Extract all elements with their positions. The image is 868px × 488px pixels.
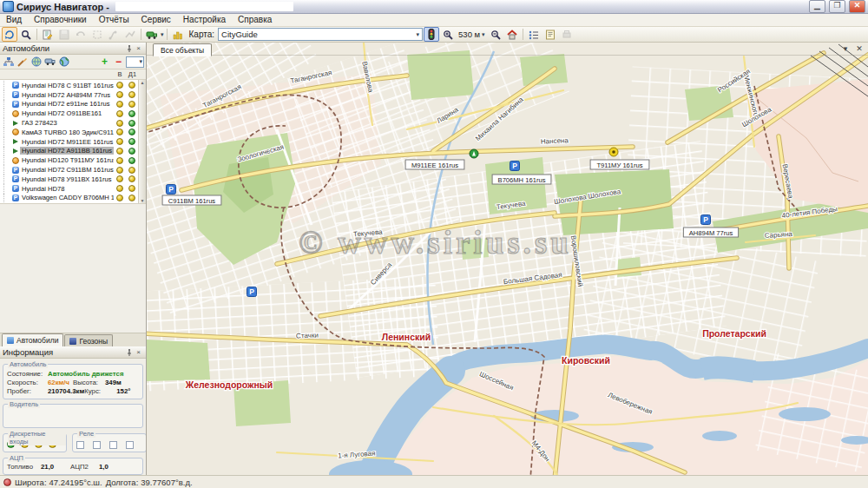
- vehicle-row[interactable]: PHyundai HD72 С911ВМ 161rus: [0, 165, 138, 175]
- fuel-label: Топливо: [7, 463, 38, 471]
- status-ball-b: [116, 129, 123, 135]
- close-panel-icon[interactable]: ×: [134, 43, 143, 53]
- district-label: Пролетарский: [702, 328, 766, 339]
- vehicle-name: Hyundai HD72 АН894М 77rus: [20, 91, 114, 99]
- world-icon[interactable]: [57, 56, 70, 68]
- menu-item-1[interactable]: Справочники: [28, 14, 93, 26]
- status-ball-b: [116, 82, 123, 89]
- pin-icon[interactable]: [124, 43, 134, 53]
- menu-item-4[interactable]: Настройка: [177, 14, 232, 26]
- track-icon[interactable]: [122, 27, 138, 42]
- map-select-arrow[interactable]: ▾: [417, 31, 420, 38]
- vehicle-row[interactable]: PHyundai HD72 АН894М 77rus: [0, 90, 138, 100]
- undo-icon[interactable]: [73, 27, 89, 42]
- street-label: Нансена: [541, 136, 569, 146]
- traffic-light-icon[interactable]: [424, 27, 439, 42]
- sidebar-tabbar: Автомобили Геозоны: [0, 333, 146, 346]
- vehicle-row[interactable]: КамАЗ TURBO 180 Эдик/С911ЕС 61rus: [0, 128, 138, 137]
- svg-text:P: P: [249, 287, 254, 296]
- vehicle-row[interactable]: Hyundai HD72 О911ВЕ161: [0, 109, 138, 118]
- select-area-icon[interactable]: [89, 27, 105, 42]
- column-b-header[interactable]: В: [114, 70, 126, 78]
- map-tab-dropdown-icon[interactable]: ▾: [840, 43, 851, 54]
- zoom-level-select[interactable]: 530 м ▾: [457, 30, 487, 39]
- driver-group: Водитель: [3, 404, 143, 428]
- globe-icon[interactable]: [30, 56, 43, 68]
- notes-icon[interactable]: [542, 27, 558, 42]
- map-select-value: CityGuide: [221, 30, 258, 39]
- menu-item-5[interactable]: Справка: [232, 14, 278, 26]
- main-toolbar: ▾ Карта: CityGuide ▾ 530 м ▾: [0, 27, 868, 43]
- vehicle-name: КамАЗ TURBO 180 Эдик/С911ЕС 61rus: [20, 129, 114, 136]
- zoom-in-icon[interactable]: [440, 27, 456, 42]
- vehicle-row[interactable]: ГАЗ 278423: [0, 118, 138, 128]
- close-button[interactable]: ✕: [849, 0, 865, 13]
- info-close-icon[interactable]: ×: [134, 347, 143, 357]
- relay-checkbox[interactable]: [126, 441, 134, 449]
- status-ball-d1: [128, 195, 135, 201]
- add-vehicle-button[interactable]: +: [98, 56, 111, 68]
- vehicle-name: Hyundai HD72 М911ЕЕ 161rus: [20, 138, 114, 146]
- legend-icon[interactable]: [526, 27, 542, 42]
- tab-geozones[interactable]: Геозоны: [64, 334, 113, 346]
- vehicle-list-scrollbar[interactable]: ▲▼: [138, 80, 146, 203]
- status-ball-b: [116, 195, 123, 201]
- vehicle-row[interactable]: Hyundai HD72 М911ЕЕ 161rus: [0, 137, 138, 147]
- search-icon[interactable]: [18, 27, 34, 42]
- vehicle-name: Hyundai HD78 У911ВХ 161rus: [20, 175, 114, 183]
- vehicle-row[interactable]: Hyundai HD120 Т911МУ 161rus: [0, 155, 138, 165]
- vehicle-marker-plate: Т911МУ 161rus: [596, 162, 642, 169]
- svg-text:P: P: [168, 185, 174, 194]
- filter-dropdown[interactable]: ▾: [126, 56, 144, 68]
- refresh-icon[interactable]: [2, 27, 17, 42]
- zoom-level-arrow[interactable]: ▾: [482, 31, 485, 38]
- latitude-value: 47.24195°с.ш.: [49, 478, 102, 487]
- print-icon[interactable]: [559, 27, 575, 42]
- relay-checkbox[interactable]: [76, 441, 84, 449]
- altitude-label: Высота:: [73, 379, 102, 386]
- street-label: Стачки: [296, 332, 319, 340]
- left-sidebar: Автомобили ×: [0, 43, 147, 475]
- latitude-label: Широта:: [15, 478, 47, 487]
- brush-icon[interactable]: [16, 56, 29, 68]
- menu-item-0[interactable]: Вид: [0, 14, 28, 26]
- tab-vehicles[interactable]: Автомобили: [2, 333, 63, 346]
- home-icon[interactable]: [504, 27, 520, 42]
- truck-icon[interactable]: [144, 27, 160, 42]
- map-tab-all-objects[interactable]: Все объекты: [153, 43, 212, 56]
- restore-button[interactable]: ❐: [829, 0, 845, 13]
- menu-item-2[interactable]: Отчёты: [93, 14, 135, 26]
- remove-vehicle-button[interactable]: −: [112, 56, 125, 68]
- vehicle-row[interactable]: PHyundai HD78: [0, 184, 138, 194]
- vehicle-row[interactable]: Hyundai HD72 А911ВВ 161rus: [0, 147, 138, 156]
- status-ball-b: [116, 110, 123, 117]
- edit-list-icon[interactable]: [40, 27, 56, 42]
- relay-checkbox[interactable]: [109, 441, 117, 449]
- minimize-button[interactable]: ▁: [809, 0, 825, 13]
- zoom-out-icon[interactable]: [488, 27, 503, 42]
- vehicle-row[interactable]: PHyundai HD72 е911не 161rus: [0, 100, 138, 109]
- vehicle-stale-icon: [11, 157, 20, 164]
- vehicle-group: Автомобиль Состояние: Автомобиль движетс…: [3, 364, 143, 399]
- vehicle-parking-icon: P: [11, 185, 20, 192]
- menu-item-3[interactable]: Сервис: [135, 14, 177, 26]
- map-area[interactable]: ТаганрогскаяТаганрогскаяЗоологическаяВав…: [147, 43, 868, 475]
- status-ball-b: [116, 148, 123, 155]
- chart-icon[interactable]: [170, 27, 186, 42]
- vehicle-row[interactable]: PHyundai HD78 С 911ВТ 161rus: [0, 81, 138, 90]
- truck-dropdown-arrow[interactable]: ▾: [161, 31, 164, 38]
- map-label: Карта:: [189, 30, 215, 39]
- van-icon[interactable]: [43, 56, 56, 68]
- column-d1-header[interactable]: Д1: [126, 70, 139, 78]
- vehicle-row[interactable]: PHyundai HD78 У911ВХ 161rus: [0, 175, 138, 184]
- route-icon[interactable]: [106, 27, 122, 42]
- relay-checkbox[interactable]: [93, 441, 101, 449]
- group-icon[interactable]: [2, 56, 15, 68]
- map-select[interactable]: CityGuide ▾: [218, 28, 423, 41]
- vehicle-row[interactable]: PVolkswagen CADDY В706МН 161rus: [0, 194, 138, 203]
- vehicle-marker[interactable]: P: [247, 287, 257, 297]
- info-pin-icon[interactable]: [124, 347, 134, 357]
- save-icon[interactable]: [56, 27, 72, 42]
- map-tab-close-icon[interactable]: ✕: [854, 43, 865, 54]
- relay-group: Реле: [72, 433, 146, 452]
